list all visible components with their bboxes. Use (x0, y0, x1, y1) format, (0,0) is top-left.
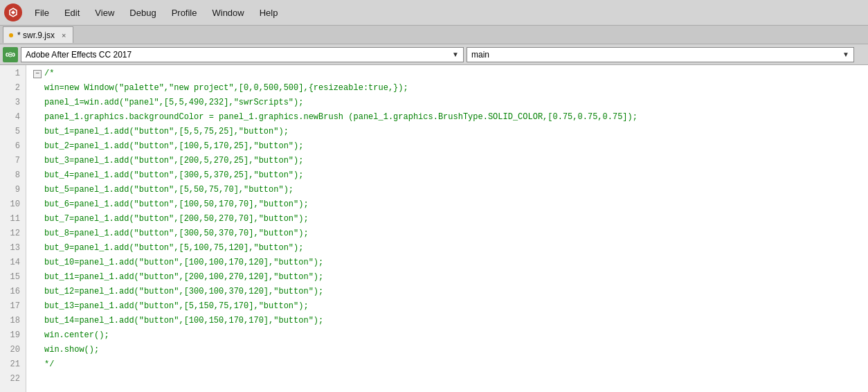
tab-label: * swr.9.jsx (17, 30, 55, 40)
tab-close-button[interactable]: × (62, 31, 66, 39)
code-line-5: but_1=panel_1.add("button",[5,5,75,25],"… (33, 125, 868, 139)
code-text-15: but_11=panel_1.add("button",[200,100,270… (44, 270, 323, 285)
link-icon (3, 47, 18, 62)
line-number-7: 7 (6, 154, 20, 168)
code-text-14: but_10=panel_1.add("button",[100,100,170… (44, 256, 323, 270)
code-text-1: /* (44, 66, 54, 81)
line-number-4: 4 (6, 110, 20, 125)
menu-help[interactable]: Help (253, 5, 285, 21)
target-dropdown-arrow: ▼ (452, 51, 459, 58)
code-line-7: but_3=panel_1.add("button",[200,5,270,25… (33, 154, 868, 168)
tab-swr9jsx[interactable]: * swr.9.jsx × (3, 26, 73, 43)
code-text-9: but_5=panel_1.add("button",[5,50,75,70],… (44, 183, 293, 197)
line-number-14: 14 (6, 256, 20, 270)
code-line-14: but_10=panel_1.add("button",[100,100,170… (33, 256, 868, 270)
code-line-15: but_11=panel_1.add("button",[200,100,270… (33, 270, 868, 285)
function-dropdown-arrow: ▼ (842, 51, 849, 58)
code-line-16: but_12=panel_1.add("button",[300,100,370… (33, 285, 868, 299)
code-text-18: but_14=panel_1.add("button",[100,150,170… (44, 314, 323, 328)
toolbar: Adobe After Effects CC 2017 ▼ main ▼ (0, 44, 868, 65)
code-line-19: win.center(); (33, 328, 868, 343)
target-dropdown[interactable]: Adobe After Effects CC 2017 ▼ (21, 47, 464, 62)
line-number-20: 20 (6, 343, 20, 357)
menu-window[interactable]: Window (205, 5, 251, 21)
code-line-1: −/* (33, 66, 868, 81)
target-dropdown-label: Adobe After Effects CC 2017 (26, 50, 132, 60)
line-number-16: 16 (6, 285, 20, 299)
code-text-2: win=new Window("palette","new project",[… (44, 81, 408, 96)
menu-edit[interactable]: Edit (57, 5, 87, 21)
line-number-12: 12 (6, 226, 20, 241)
line-number-2: 2 (6, 81, 20, 96)
function-dropdown-label: main (471, 50, 489, 60)
code-line-22 (33, 372, 868, 386)
code-text-12: but_8=panel_1.add("button",[300,50,370,7… (44, 226, 309, 241)
line-number-18: 18 (6, 314, 20, 328)
line-number-9: 9 (6, 183, 20, 197)
code-line-2: win=new Window("palette","new project",[… (33, 81, 868, 96)
line-number-17: 17 (6, 299, 20, 314)
menu-file[interactable]: File (28, 5, 56, 21)
code-text-4: panel_1.graphics.backgroundColor = panel… (44, 110, 638, 125)
code-line-10: but_6=panel_1.add("button",[100,50,170,7… (33, 197, 868, 212)
code-line-11: but_7=panel_1.add("button",[200,50,270,7… (33, 212, 868, 226)
code-text-10: but_6=panel_1.add("button",[100,50,170,7… (44, 197, 309, 212)
code-text-6: but_2=panel_1.add("button",[100,5,170,25… (44, 139, 303, 154)
code-line-4: panel_1.graphics.backgroundColor = panel… (33, 110, 868, 125)
code-line-20: win.show(); (33, 343, 868, 357)
code-text-13: but_9=panel_1.add("button",[5,100,75,120… (44, 241, 303, 256)
line-number-10: 10 (6, 197, 20, 212)
menu-profile[interactable]: Profile (165, 5, 204, 21)
tab-modified-indicator (9, 33, 13, 37)
code-text-20: win.show(); (44, 343, 99, 357)
line-number-3: 3 (6, 96, 20, 110)
menu-view[interactable]: View (88, 5, 121, 21)
code-line-21: */ (33, 357, 868, 372)
code-text-3: panel_1=win.add("panel",[5,5,490,232],"s… (44, 96, 303, 110)
line-number-8: 8 (6, 168, 20, 183)
code-content[interactable]: −/* win=new Window("palette","new projec… (26, 65, 868, 392)
code-text-16: but_12=panel_1.add("button",[300,100,370… (44, 285, 323, 299)
line-number-5: 5 (6, 125, 20, 139)
fold-icon-1[interactable]: − (33, 70, 42, 78)
menu-bar: File Edit View Debug Profile Window Help (0, 0, 868, 25)
code-text-11: but_7=panel_1.add("button",[200,50,270,7… (44, 212, 309, 226)
code-line-13: but_9=panel_1.add("button",[5,100,75,120… (33, 241, 868, 256)
app-logo (4, 3, 22, 21)
code-text-17: but_13=panel_1.add("button",[5,150,75,17… (44, 299, 309, 314)
code-text-7: but_3=panel_1.add("button",[200,5,270,25… (44, 154, 303, 168)
code-line-6: but_2=panel_1.add("button",[100,5,170,25… (33, 139, 868, 154)
code-line-9: but_5=panel_1.add("button",[5,50,75,70],… (33, 183, 868, 197)
code-line-8: but_4=panel_1.add("button",[300,5,370,25… (33, 168, 868, 183)
code-text-19: win.center(); (44, 328, 109, 343)
code-line-17: but_13=panel_1.add("button",[5,150,75,17… (33, 299, 868, 314)
code-text-5: but_1=panel_1.add("button",[5,5,75,25],"… (44, 125, 289, 139)
line-numbers: 12345678910111213141516171819202122 (0, 65, 26, 392)
line-number-1: 1 (6, 66, 20, 81)
line-number-19: 19 (6, 328, 20, 343)
line-number-13: 13 (6, 241, 20, 256)
line-number-21: 21 (6, 357, 20, 372)
line-number-15: 15 (6, 270, 20, 285)
function-dropdown[interactable]: main ▼ (467, 47, 854, 62)
code-text-21: */ (44, 357, 54, 372)
code-line-18: but_14=panel_1.add("button",[100,150,170… (33, 314, 868, 328)
line-number-11: 11 (6, 212, 20, 226)
menu-debug[interactable]: Debug (123, 5, 163, 21)
tab-bar: * swr.9.jsx × (0, 25, 868, 44)
line-number-22: 22 (6, 372, 20, 386)
code-line-3: panel_1=win.add("panel",[5,5,490,232],"s… (33, 96, 868, 110)
code-text-8: but_4=panel_1.add("button",[300,5,370,25… (44, 168, 303, 183)
line-number-6: 6 (6, 139, 20, 154)
code-line-12: but_8=panel_1.add("button",[300,50,370,7… (33, 226, 868, 241)
editor-area: 12345678910111213141516171819202122 −/* … (0, 65, 868, 392)
